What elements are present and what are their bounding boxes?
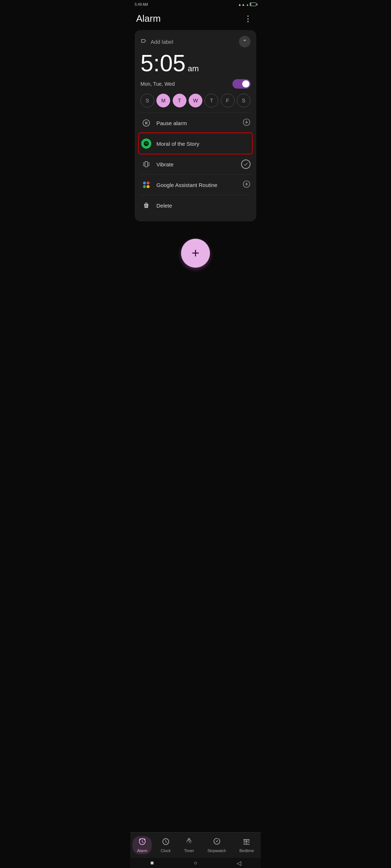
spotify-logo [141,139,151,149]
day-wednesday[interactable]: W [189,94,202,107]
svg-point-0 [143,120,150,126]
days-row: Mon, Tue, Wed [140,79,251,89]
pause-alarm-row[interactable]: Pause alarm [140,112,251,133]
svg-line-12 [148,165,149,166]
delete-icon [140,200,152,211]
alarm-ampm[interactable]: am [188,64,199,73]
day-circles: S M T W T F S [140,94,251,107]
page-title: Alarm [136,13,161,24]
fab-container: + [130,224,261,278]
add-label-text[interactable]: Add label [151,39,173,45]
assistant-add-icon[interactable] [243,180,251,190]
song-row[interactable]: Moral of the Story [139,133,252,154]
app-header: Alarm ⋮ [130,9,261,27]
delete-label: Delete [156,203,251,209]
alarm-card: Add label ⌃ 5:05 am Mon, Tue, Wed S M T … [135,30,256,221]
day-sunday[interactable]: S [140,94,154,107]
vibrate-label: Vibrate [156,161,241,167]
svg-line-7 [143,162,144,163]
svg-rect-6 [145,162,147,167]
label-area[interactable]: Add label [140,38,173,45]
assistant-label: Google Assistant Routine [156,182,243,188]
alarm-time[interactable]: 5:05 [140,52,186,75]
day-saturday[interactable]: S [237,94,251,107]
day-tuesday[interactable]: T [173,94,186,107]
alarm-toggle[interactable] [232,79,251,89]
collapse-button[interactable]: ⌃ [239,36,251,47]
delete-row[interactable]: Delete [140,195,251,216]
vibrate-row[interactable]: Vibrate [140,154,251,174]
toggle-track [232,79,251,89]
day-monday[interactable]: M [156,94,170,107]
card-header: Add label ⌃ [140,36,251,47]
assistant-icon [140,179,152,191]
vibrate-icon [140,158,152,170]
svg-rect-2 [147,122,147,124]
song-label: Moral of the Story [156,141,251,147]
add-alarm-button[interactable]: + [181,239,210,268]
svg-line-9 [143,165,144,166]
vibrate-check-icon[interactable] [241,159,251,169]
time-display[interactable]: 5:05 am [140,52,251,75]
pause-alarm-label: Pause alarm [156,120,243,126]
status-time: 5:49 AM [135,3,148,7]
days-label: Mon, Tue, Wed [140,81,175,87]
toggle-thumb [242,80,249,88]
day-thursday[interactable]: T [205,94,218,107]
pause-icon [140,117,152,129]
pause-add-icon[interactable] [243,118,251,128]
spotify-icon [140,138,152,149]
status-bar: 5:49 AM ▲▲ ▴ [130,0,261,9]
svg-line-10 [148,162,149,163]
signal-icon: ▲▲ [238,3,245,7]
day-friday[interactable]: F [221,94,235,107]
assistant-row[interactable]: Google Assistant Routine [140,174,251,195]
label-icon [140,38,148,45]
google-assistant-dots [143,182,150,188]
wifi-icon: ▴ [247,3,248,7]
svg-rect-1 [145,122,146,124]
status-icons: ▲▲ ▴ [238,3,256,7]
overflow-menu-button[interactable]: ⋮ [241,13,255,24]
battery-icon [250,3,256,6]
